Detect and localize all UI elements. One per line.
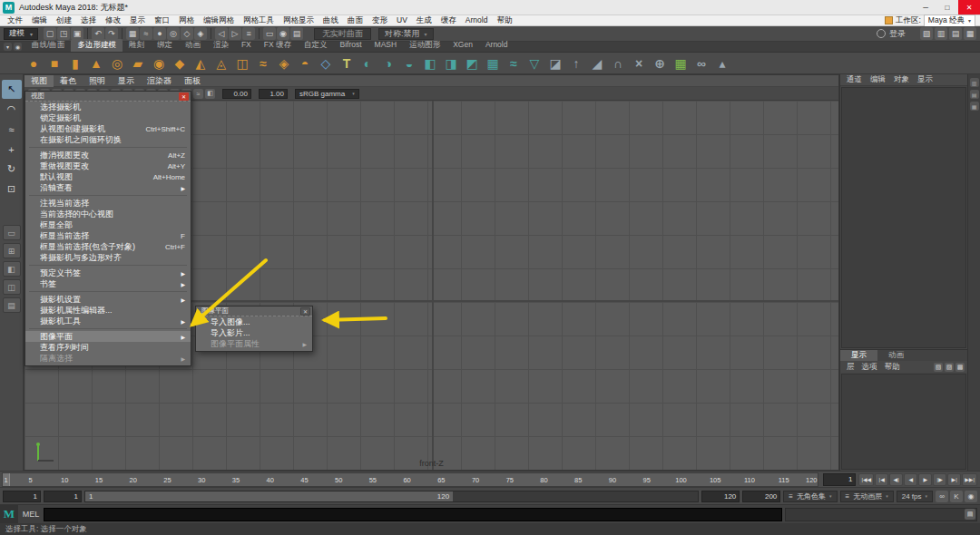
boolean-intersection-icon[interactable]: ◒: [399, 54, 419, 73]
poly-prism-icon[interactable]: ◬: [211, 54, 231, 73]
frame-selection-with-children[interactable]: 框显当前选择(包含子对象) Ctrl+F: [25, 241, 191, 252]
layer-menu-help[interactable]: 帮助: [881, 362, 904, 373]
xray-icon[interactable]: ◧: [205, 89, 215, 99]
render-settings-icon[interactable]: ▤: [290, 27, 303, 40]
menu-create[interactable]: 创建: [52, 15, 76, 26]
channel-box-menu-edit[interactable]: 编辑: [867, 74, 889, 85]
target-weld-icon[interactable]: ⊕: [650, 54, 670, 73]
ipr-render-icon[interactable]: ◉: [277, 27, 289, 40]
image-plane[interactable]: 图像平面 ▶: [25, 331, 191, 342]
motion-blur-icon[interactable]: ≈: [193, 89, 203, 99]
layout-persp-outliner-icon[interactable]: ◧: [3, 261, 21, 277]
play-backwards-button[interactable]: ◀: [904, 473, 917, 486]
bevel-icon[interactable]: ◢: [587, 54, 607, 73]
connect-tool-icon[interactable]: ∞: [691, 54, 711, 73]
align-camera-to-polygon[interactable]: 将摄影机与多边形对齐: [25, 252, 191, 263]
new-anim-layer-icon[interactable]: ▩: [956, 363, 965, 372]
type-tool-icon[interactable]: T: [337, 54, 357, 73]
panel-menu-renderer[interactable]: 渲染器: [141, 75, 178, 87]
range-slider-track[interactable]: 1 120: [84, 491, 699, 502]
image-plane-submenu-header[interactable]: 图像平面 ✕: [196, 306, 312, 316]
mirror-icon[interactable]: ◪: [545, 54, 565, 73]
menu-deform[interactable]: 变形: [368, 15, 392, 26]
command-line-language-button[interactable]: MEL: [18, 510, 44, 519]
undo-view-change[interactable]: 撤消视图更改 Alt+Z: [25, 150, 191, 160]
exposure-field[interactable]: 0.00: [222, 89, 251, 99]
layer-tab-display[interactable]: 显示: [840, 350, 877, 361]
frame-selection[interactable]: 框显当前选择 F: [25, 230, 191, 241]
playback-end-field[interactable]: 120: [701, 491, 740, 502]
boolean-union-icon[interactable]: ◐: [358, 54, 377, 73]
shelf-tab-fx-caching[interactable]: FX 缓存: [258, 39, 298, 52]
poly-sphere-icon[interactable]: ●: [24, 54, 44, 73]
toggle-tool-settings-icon[interactable]: ▤: [949, 27, 962, 40]
lock-camera[interactable]: 锁定摄影机: [25, 112, 191, 123]
channel-box-menu-show[interactable]: 显示: [914, 74, 936, 85]
current-frame-field[interactable]: 1: [823, 473, 856, 486]
quad-draw-icon[interactable]: ▦: [671, 54, 691, 73]
menu-mesh[interactable]: 网格: [174, 15, 199, 26]
view-menu-header[interactable]: 视图 ✕: [25, 92, 191, 102]
extract-icon[interactable]: ◩: [462, 54, 482, 73]
select-camera[interactable]: 选择摄影机: [25, 102, 191, 112]
close-icon[interactable]: ✕: [179, 92, 189, 101]
shelf-tab-curves-surfaces[interactable]: 曲线/曲面: [25, 39, 71, 52]
menu-modify[interactable]: 修改: [101, 15, 125, 26]
range-slider-handle[interactable]: 1 120: [85, 491, 453, 501]
animation-end-field[interactable]: 200: [742, 491, 780, 502]
menu-help[interactable]: 帮助: [492, 15, 516, 26]
sculpt-tool-icon[interactable]: ▴: [712, 54, 732, 73]
snap-to-curve-icon[interactable]: ≈: [140, 27, 152, 40]
sweep-mesh-icon[interactable]: ◇: [316, 54, 336, 73]
attribute-editor-tab-icon[interactable]: ▥: [970, 78, 979, 87]
panel-menu-lighting[interactable]: 照明: [83, 75, 112, 87]
camera-attribute-editor[interactable]: 摄影机属性编辑器...: [25, 305, 191, 316]
poly-torus-icon[interactable]: ◎: [107, 54, 127, 73]
menu-uv[interactable]: UV: [392, 15, 412, 26]
open-scene-icon[interactable]: ◳: [57, 27, 70, 40]
playback-loop-icon[interactable]: ∞: [936, 491, 948, 502]
poly-pipe-icon[interactable]: ◫: [232, 54, 252, 73]
new-empty-layer-icon[interactable]: ▧: [934, 363, 943, 372]
separate-icon[interactable]: ◨: [441, 54, 461, 73]
bookmarks[interactable]: 书签 ▶: [25, 278, 191, 289]
poly-disc-icon[interactable]: ◉: [149, 54, 169, 73]
auto-keyframe-icon[interactable]: K: [950, 491, 963, 502]
construction-history-icon[interactable]: ≡: [242, 27, 255, 40]
poly-plane-icon[interactable]: ▰: [128, 54, 148, 73]
go-to-end-button[interactable]: ▶▶|: [962, 473, 977, 486]
menu-mesh-display[interactable]: 网格显示: [279, 15, 318, 26]
menu-surfaces[interactable]: 曲面: [343, 15, 368, 26]
shelf-options-icon[interactable]: ◉: [14, 43, 22, 51]
poly-cylinder-icon[interactable]: ▮: [65, 54, 85, 73]
menu-mesh-tools[interactable]: 网格工具: [239, 15, 279, 26]
camera-settings[interactable]: 摄影机设置 ▶: [25, 294, 191, 305]
layout-four-pane-icon[interactable]: ⊞: [3, 243, 21, 258]
channel-box-menu-object[interactable]: 对象: [890, 74, 913, 85]
script-editor-icon[interactable]: ▤: [965, 509, 975, 520]
poly-cube-icon[interactable]: ■: [44, 54, 64, 73]
menu-cache[interactable]: 缓存: [436, 15, 461, 26]
paint-select-tool-icon[interactable]: ≈: [2, 120, 22, 139]
menu-windows[interactable]: 窗口: [150, 15, 174, 26]
frame-all[interactable]: 框显全部: [25, 219, 191, 230]
view-transform-dropdown[interactable]: sRGB gamma ▾: [295, 89, 359, 99]
center-view-on-selection[interactable]: 当前选择的中心视图: [25, 209, 191, 219]
gamma-field[interactable]: 1.00: [259, 89, 288, 99]
view-sequence-time[interactable]: 查看序列时间: [25, 342, 191, 353]
maximize-button[interactable]: □: [936, 0, 958, 15]
layout-uv-editor-icon[interactable]: ▤: [3, 297, 21, 313]
shelf-tab-xgen[interactable]: XGen: [446, 39, 479, 52]
menu-edit[interactable]: 编辑: [27, 15, 52, 26]
scale-tool-icon[interactable]: ⊡: [2, 180, 22, 199]
make-live-icon[interactable]: ◈: [194, 27, 207, 40]
separator[interactable]: [122, 28, 122, 39]
extrude-icon[interactable]: ↑: [566, 54, 586, 73]
create-camera-from-view[interactable]: 从视图创建摄影机 Ctrl+Shift+C: [25, 123, 191, 134]
command-line-input[interactable]: [44, 508, 782, 521]
shelf-tab-bifrost[interactable]: Bifrost: [333, 39, 368, 52]
tool-settings-tab-icon[interactable]: ▤: [970, 90, 979, 99]
boolean-difference-icon[interactable]: ◑: [378, 54, 398, 73]
playback-start-field[interactable]: 1: [44, 491, 82, 502]
snap-to-grid-icon[interactable]: ▦: [126, 27, 139, 40]
